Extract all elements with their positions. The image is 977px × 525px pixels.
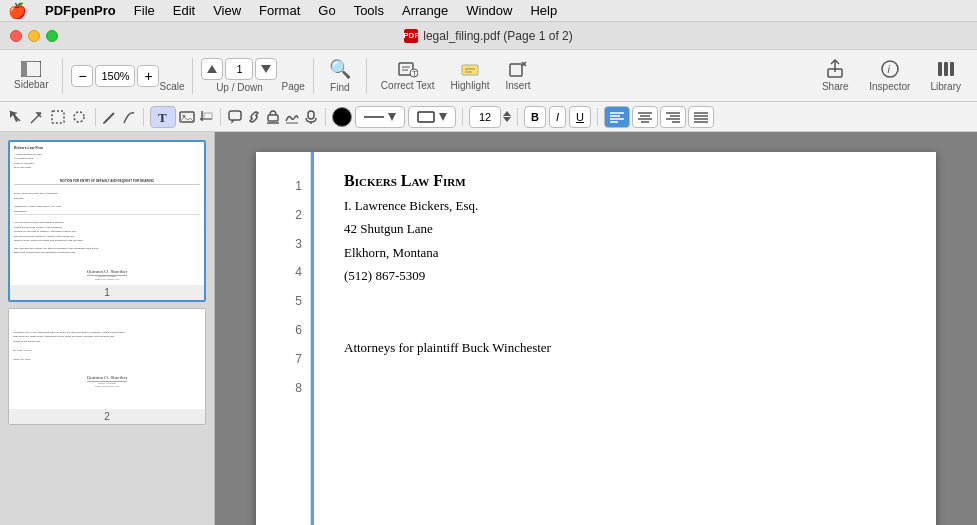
share-label: Share — [822, 81, 849, 92]
updown-label: Up / Down — [216, 82, 263, 93]
menu-tools[interactable]: Tools — [346, 1, 392, 20]
rect-style-button[interactable] — [408, 106, 456, 128]
align-right-icon — [666, 111, 680, 123]
insert-icon — [508, 60, 528, 78]
thumb-label-1: 1 — [10, 285, 204, 300]
line-style-button[interactable] — [355, 106, 405, 128]
select-tool-icon[interactable] — [50, 109, 66, 125]
align-right-button[interactable] — [660, 106, 686, 128]
library-button[interactable]: Library — [922, 56, 969, 95]
svg-marker-42 — [388, 113, 396, 121]
svg-text:i: i — [887, 63, 890, 75]
svg-marker-3 — [261, 65, 271, 73]
line-number: 4 — [264, 258, 302, 287]
audio-tool-icon[interactable] — [303, 109, 319, 125]
search-icon: 🔍 — [329, 58, 351, 80]
pdf-gap — [344, 288, 906, 328]
zoom-value[interactable]: 150% — [95, 65, 135, 87]
bold-button[interactable]: B — [524, 106, 546, 128]
menu-window[interactable]: Window — [458, 1, 520, 20]
svg-text:T: T — [412, 69, 417, 78]
app-name-menu[interactable]: PDFpenPro — [37, 1, 124, 20]
close-button[interactable] — [10, 30, 22, 42]
line-style-icon — [364, 112, 384, 122]
text-tool-button[interactable]: T — [150, 106, 176, 128]
thumbnail-page-1[interactable]: Bickers Law Firm I. Lawrence Bickers, Es… — [8, 140, 206, 302]
svg-rect-43 — [418, 112, 434, 122]
find-button[interactable]: 🔍 Find — [322, 55, 358, 96]
menu-help[interactable]: Help — [522, 1, 565, 20]
menu-view[interactable]: View — [205, 1, 249, 20]
library-label: Library — [930, 81, 961, 92]
toolbar-main: Sidebar − 150% + Page Scale 1 Up / Down — [0, 50, 977, 102]
menu-format[interactable]: Format — [251, 1, 308, 20]
fmt-divider-7 — [597, 108, 598, 126]
lasso-tool-icon[interactable] — [71, 109, 87, 125]
comment-tool-icon[interactable] — [227, 109, 243, 125]
page-up-button[interactable] — [201, 58, 223, 80]
text-align-group — [604, 106, 714, 128]
svg-rect-39 — [308, 111, 314, 119]
pencil-tool-icon[interactable] — [102, 109, 118, 125]
toolbar-divider-1 — [62, 58, 63, 94]
font-size-stepper[interactable] — [503, 111, 511, 122]
thumbnail-page-2[interactable]: a certified copy of an Attachment filed … — [8, 308, 206, 425]
align-justify-button[interactable] — [688, 106, 714, 128]
pdf-attorneys-line: Attorneys for plaintiff Buck Winchester — [344, 340, 906, 356]
main-area: Bickers Law Firm I. Lawrence Bickers, Es… — [0, 132, 977, 525]
rect-dropdown-icon — [439, 113, 447, 121]
document-title: legal_filing.pdf (Page 1 of 2) — [423, 29, 572, 43]
apple-menu[interactable]: 🍎 — [8, 2, 27, 20]
inspector-button[interactable]: i Inspector — [861, 56, 918, 95]
window-controls — [10, 30, 58, 42]
cursor-tool-icon[interactable] — [8, 109, 24, 125]
fill-color-button[interactable] — [332, 107, 352, 127]
highlight-button[interactable]: Highlight — [445, 57, 496, 94]
signature-tool-icon[interactable] — [284, 109, 300, 125]
menu-go[interactable]: Go — [310, 1, 343, 20]
link-tool-icon[interactable] — [246, 109, 262, 125]
zoom-out-button[interactable]: − — [71, 65, 93, 87]
arrow-tool-icon[interactable] — [29, 109, 45, 125]
svg-rect-36 — [268, 115, 278, 121]
svg-rect-19 — [938, 62, 942, 76]
pen-tool-icon[interactable] — [121, 109, 137, 125]
underline-button[interactable]: U — [569, 106, 591, 128]
sidebar-button[interactable]: Sidebar — [8, 58, 54, 93]
font-size-value[interactable]: 12 — [469, 106, 501, 128]
svg-rect-33 — [204, 113, 212, 119]
pdf-icon: PDF — [404, 29, 418, 43]
pdf-viewer[interactable]: 1 2 3 4 5 6 7 8 Bickers Law Firm I. Lawr… — [215, 132, 977, 525]
inspector-icon: i — [880, 59, 900, 79]
stamp-tool-icon[interactable] — [265, 109, 281, 125]
minimize-button[interactable] — [28, 30, 40, 42]
window-title: PDF legal_filing.pdf (Page 1 of 2) — [404, 29, 572, 43]
svg-point-25 — [74, 112, 84, 122]
align-left-button[interactable] — [604, 106, 630, 128]
svg-line-26 — [105, 113, 114, 122]
align-center-button[interactable] — [632, 106, 658, 128]
svg-rect-21 — [950, 62, 954, 76]
menu-edit[interactable]: Edit — [165, 1, 203, 20]
crop-tool-icon[interactable] — [198, 109, 214, 125]
title-bar: PDF legal_filing.pdf (Page 1 of 2) — [0, 22, 977, 50]
zoom-in-button[interactable]: + — [137, 65, 159, 87]
insert-label: Insert — [506, 80, 531, 91]
insert-button[interactable]: Insert — [500, 57, 537, 94]
menu-file[interactable]: File — [126, 1, 163, 20]
correct-text-icon: T — [398, 60, 418, 78]
share-button[interactable]: Share — [813, 56, 857, 95]
fullscreen-button[interactable] — [46, 30, 58, 42]
toolbar-right: Share i Inspector Library — [813, 56, 969, 95]
page-down-button[interactable] — [255, 58, 277, 80]
page-nav-buttons: 1 — [201, 58, 277, 80]
image-tool-icon[interactable] — [179, 109, 195, 125]
correct-text-label: Correct Text — [381, 80, 435, 91]
share-icon — [825, 59, 845, 79]
italic-button[interactable]: I — [549, 106, 566, 128]
menu-arrange[interactable]: Arrange — [394, 1, 456, 20]
correct-text-button[interactable]: T Correct Text — [375, 57, 441, 94]
pdf-attorney-name: I. Lawrence Bickers, Esq. — [344, 194, 906, 217]
page-number-input[interactable]: 1 — [225, 58, 253, 80]
page-label-group: Page — [281, 59, 304, 92]
